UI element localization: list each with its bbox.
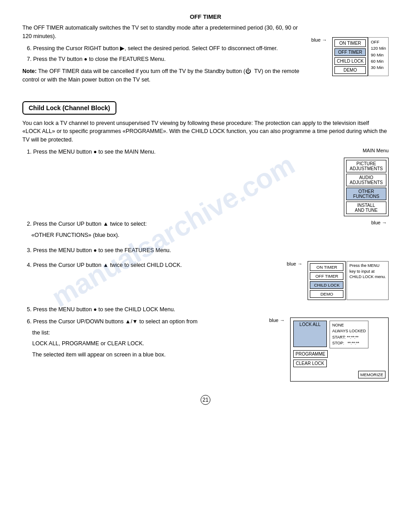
step1-text: 1. Press the MENU button ● to see the MA… xyxy=(27,148,335,156)
child-lock-header: Child Lock (Channel Block) xyxy=(22,101,116,115)
child-lock-subtext: Press the MENUkey to input atCHILD LOCK … xyxy=(347,261,389,300)
feat-off-timer: OFF TIMER xyxy=(310,272,343,280)
opt-30: 30 Min xyxy=(371,64,386,71)
menu-demo: DEMO xyxy=(334,66,366,74)
step4-row: 4. Press the Cursor UP button ▲ twice to… xyxy=(22,261,389,300)
step2-blue-arrow: blue → xyxy=(371,220,387,225)
lock-all-btn: LOCK ALL xyxy=(293,321,327,347)
step4-left: 4. Press the Cursor UP button ▲ twice to… xyxy=(22,261,278,272)
page-number-container: 21 xyxy=(22,395,389,405)
main-menu-audio: AUDIOADJUSTMENTS xyxy=(346,174,386,186)
main-menu-box: PICTUREADJUSTMENTS AUDIOADJUSTMENTS OTHE… xyxy=(344,158,389,216)
step6-text3: LOCK ALL, PROGRAMME or CLEAR LOCK. xyxy=(32,339,260,348)
step6-text4: The selected item will appear on screen … xyxy=(32,351,260,359)
step6-left: 6. Press the Cursor UP/DOWN buttons ▲/▼ … xyxy=(22,317,260,362)
step6-right: blue → LOCK ALL NONEALWAYS LOCKEDSTART: … xyxy=(269,317,389,382)
main-menu-other: OTHERFUNCTIONS xyxy=(346,188,386,200)
step2-row: 2. Press the Cursor UP button ▲ twice to… xyxy=(22,220,389,242)
feat-child-lock: CHILD LOCK xyxy=(310,281,343,289)
menu-off-timer: OFF TIMER xyxy=(334,48,366,56)
opt-90: 90 Min xyxy=(371,52,386,58)
step4-right: blue → ON TIMER OFF TIMER CHILD LOCK DEM… xyxy=(287,261,389,300)
page: manualsarchive.com OFF TIMER The OFF TIM… xyxy=(0,0,411,532)
off-timer-body: The OFF TIMER automatically switches the… xyxy=(22,24,302,41)
step3-left: 3. Press the MENU button ● to see the FE… xyxy=(22,246,380,257)
menu-child-lock: CHILD LOCK xyxy=(334,57,366,65)
step6-text2: the list: xyxy=(32,329,260,337)
step2-text1: 2. Press the Cursor UP button ▲ twice to… xyxy=(27,220,362,228)
off-timer-step6: 6. Pressing the Cursor RIGHT button ▶, s… xyxy=(27,44,302,53)
opt-120: 120 Min xyxy=(371,45,386,51)
opt-off: OFF xyxy=(371,39,386,45)
feat-on-timer: ON TIMER xyxy=(310,263,343,271)
memorize-btn: MEMORIZE xyxy=(358,371,385,378)
main-menu-install: INSTALLAND TUNE xyxy=(346,202,386,214)
off-timer-blue-arrow: blue → xyxy=(311,37,327,43)
off-timer-note: Note: The OFF TIMER data will be cancell… xyxy=(22,67,302,84)
step1-row: 1. Press the MENU button ● to see the MA… xyxy=(22,148,389,216)
off-timer-diagram: blue → ON TIMER OFF TIMER CHILD LOCK DEM… xyxy=(311,37,389,76)
step3-text: 3. Press the MENU button ● to see the FE… xyxy=(27,246,380,255)
clear-lock-btn: CLEAR LOCK xyxy=(293,360,327,367)
features-menu-box: ON TIMER OFF TIMER CHILD LOCK DEMO xyxy=(308,261,346,300)
off-timer-sub-options: OFF 120 Min 90 Min 60 Min 30 Min xyxy=(368,37,389,76)
lock-all-subopts: NONEALWAYS LOCKEDSTART: **:**:**STOP: **… xyxy=(330,321,368,348)
step1-right: MAIN Menu PICTUREADJUSTMENTS AUDIOADJUST… xyxy=(344,148,389,216)
step6-row: 6. Press the Cursor UP/DOWN buttons ▲/▼ … xyxy=(22,317,389,382)
step2-left: 2. Press the Cursor UP button ▲ twice to… xyxy=(22,220,362,242)
child-lock-section: Child Lock (Channel Block) You can lock … xyxy=(22,93,389,382)
off-timer-menu-box: ON TIMER OFF TIMER CHILD LOCK DEMO xyxy=(332,37,368,76)
step1-left: 1. Press the MENU button ● to see the MA… xyxy=(22,148,335,159)
off-timer-section: OFF TIMER The OFF TIMER automatically sw… xyxy=(22,13,389,84)
step2-text2: «OTHER FUNCTIONS» (blue box). xyxy=(31,231,362,240)
main-menu-picture: PICTUREADJUSTMENTS xyxy=(346,160,386,172)
step2-right: blue → xyxy=(371,220,389,225)
step4-blue-arrow: blue → xyxy=(287,261,303,266)
step4-text: 4. Press the Cursor UP button ▲ twice to… xyxy=(27,261,278,270)
child-lock-body: You can lock a TV channel to prevent uns… xyxy=(22,119,389,144)
off-timer-step7: 7. Press the TV button ● to close the FE… xyxy=(27,55,302,64)
step3-row: 3. Press the MENU button ● to see the FE… xyxy=(22,246,389,257)
off-timer-left: The OFF TIMER automatically switches the… xyxy=(22,24,302,84)
feat-demo: DEMO xyxy=(310,290,343,298)
page-number: 21 xyxy=(201,395,210,405)
main-menu-title: MAIN Menu xyxy=(344,148,389,153)
programme-btn: PROGRAMME xyxy=(293,350,328,358)
step6-text1: 6. Press the Cursor UP/DOWN buttons ▲/▼ … xyxy=(27,317,260,326)
off-timer-title: OFF TIMER xyxy=(22,13,389,20)
off-timer-main-row: The OFF TIMER automatically switches the… xyxy=(22,24,389,84)
opt-60: 60 Min xyxy=(371,58,386,64)
step6-blue-arrow: blue → xyxy=(269,317,285,323)
step5-text: 5. Press the MENU button ● to see the CH… xyxy=(27,305,389,314)
menu-on-timer: ON TIMER xyxy=(334,39,366,47)
